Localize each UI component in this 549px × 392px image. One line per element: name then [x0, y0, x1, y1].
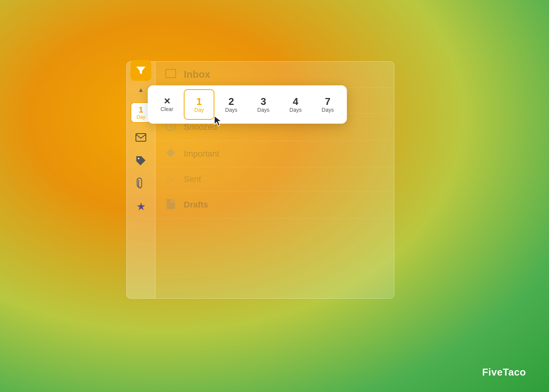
inbox-label: Inbox	[184, 69, 210, 80]
important-label: Important	[184, 149, 219, 159]
day-filter-label: Day	[136, 114, 145, 120]
inbox-icon	[165, 69, 177, 80]
3days-label: Days	[257, 107, 270, 113]
7days-number: 7	[325, 96, 330, 107]
1-day-option[interactable]: 1 Day	[184, 89, 214, 120]
3-days-option[interactable]: 3 Days	[248, 89, 279, 120]
branding: FiveTaco	[482, 366, 526, 378]
day-picker-popup: ✕ Clear 1 Day 2 Days 3 Days 4 Days 7 Day…	[148, 85, 347, 124]
1day-number: 1	[196, 96, 202, 107]
tag-sidebar-icon[interactable]	[131, 152, 151, 169]
svg-rect-2	[166, 69, 176, 78]
mail-sidebar-icon[interactable]	[131, 129, 151, 146]
star-symbol: ★	[136, 200, 146, 213]
4days-number: 4	[293, 96, 298, 107]
sent-icon: ▷	[165, 174, 177, 184]
sent-item[interactable]: ▷ Sent	[155, 167, 394, 191]
1day-label: Day	[194, 107, 204, 113]
2days-number: 2	[229, 96, 234, 107]
7-days-option[interactable]: 7 Days	[312, 89, 343, 120]
brand-text: FiveTaco	[482, 366, 526, 378]
svg-rect-0	[136, 134, 146, 141]
filter-button-main[interactable]	[131, 60, 151, 81]
2days-label: Days	[225, 107, 237, 113]
3days-number: 3	[261, 96, 266, 107]
inbox-item[interactable]: Inbox	[155, 62, 394, 88]
4-days-option[interactable]: 4 Days	[280, 89, 311, 120]
clear-option[interactable]: ✕ Clear	[152, 89, 182, 120]
paperclip-sidebar-icon[interactable]	[131, 175, 151, 192]
up-arrow-icon: ▲	[138, 87, 144, 93]
sent-label: Sent	[184, 174, 201, 184]
clear-icon: ✕	[163, 97, 170, 106]
drafts-label: Drafts	[184, 200, 208, 210]
day-filter-number: 1	[139, 106, 143, 114]
2-days-option[interactable]: 2 Days	[216, 89, 247, 120]
important-icon	[165, 148, 177, 160]
main-panel: ✕ Clear 1 Day 2 Days 3 Days 4 Days 7 Day…	[155, 61, 394, 299]
drafts-icon	[165, 198, 177, 211]
svg-point-1	[138, 158, 139, 159]
star-sidebar-icon[interactable]: ★	[131, 198, 151, 215]
drafts-item[interactable]: Drafts	[155, 191, 394, 219]
4days-label: Days	[289, 107, 302, 113]
clear-label: Clear	[160, 106, 173, 112]
7days-label: Days	[322, 107, 334, 113]
funnel-svg-icon	[135, 65, 147, 76]
important-item[interactable]: Important	[155, 141, 394, 167]
app-container: ▼ ▲ 1 Day	[126, 61, 394, 299]
